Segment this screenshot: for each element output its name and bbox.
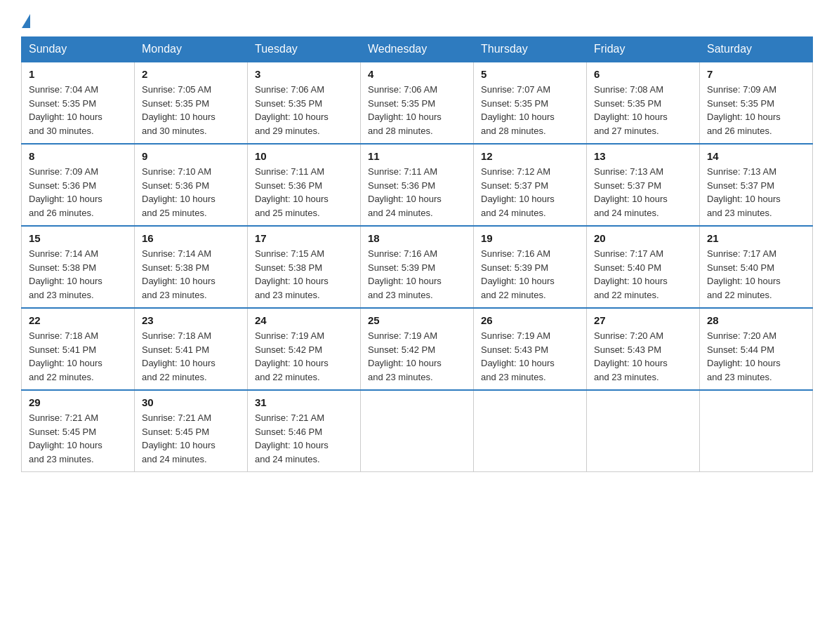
- day-info: Sunrise: 7:13 AMSunset: 5:37 PMDaylight:…: [594, 165, 692, 220]
- day-number: 7: [707, 68, 805, 80]
- calendar-cell: 9Sunrise: 7:10 AMSunset: 5:36 PMDaylight…: [135, 144, 248, 226]
- calendar-cell: 14Sunrise: 7:13 AMSunset: 5:37 PMDayligh…: [700, 144, 813, 226]
- day-info: Sunrise: 7:19 AMSunset: 5:42 PMDaylight:…: [255, 329, 353, 384]
- day-info: Sunrise: 7:21 AMSunset: 5:45 PMDaylight:…: [29, 411, 127, 466]
- day-info: Sunrise: 7:09 AMSunset: 5:35 PMDaylight:…: [707, 83, 805, 137]
- calendar-cell: 31Sunrise: 7:21 AMSunset: 5:46 PMDayligh…: [248, 390, 361, 472]
- day-info: Sunrise: 7:07 AMSunset: 5:35 PMDaylight:…: [481, 83, 579, 137]
- day-number: 5: [481, 68, 579, 80]
- calendar-cell: 8Sunrise: 7:09 AMSunset: 5:36 PMDaylight…: [22, 144, 135, 226]
- day-info: Sunrise: 7:04 AMSunset: 5:35 PMDaylight:…: [29, 83, 127, 137]
- calendar-cell: 10Sunrise: 7:11 AMSunset: 5:36 PMDayligh…: [248, 144, 361, 226]
- calendar-cell: 27Sunrise: 7:20 AMSunset: 5:43 PMDayligh…: [587, 308, 700, 390]
- day-info: Sunrise: 7:18 AMSunset: 5:41 PMDaylight:…: [29, 329, 127, 384]
- weekday-header-sunday: Sunday: [22, 37, 135, 62]
- day-number: 15: [29, 232, 127, 244]
- calendar-cell: 11Sunrise: 7:11 AMSunset: 5:36 PMDayligh…: [361, 144, 474, 226]
- day-number: 30: [142, 396, 240, 408]
- calendar-cell: 2Sunrise: 7:05 AMSunset: 5:35 PMDaylight…: [135, 62, 248, 144]
- week-row-3: 15Sunrise: 7:14 AMSunset: 5:38 PMDayligh…: [22, 226, 813, 308]
- calendar-cell: 15Sunrise: 7:14 AMSunset: 5:38 PMDayligh…: [22, 226, 135, 308]
- calendar-table: SundayMondayTuesdayWednesdayThursdayFrid…: [21, 36, 813, 472]
- calendar-cell: 30Sunrise: 7:21 AMSunset: 5:45 PMDayligh…: [135, 390, 248, 472]
- calendar-cell: 26Sunrise: 7:19 AMSunset: 5:43 PMDayligh…: [474, 308, 587, 390]
- calendar-cell: 5Sunrise: 7:07 AMSunset: 5:35 PMDaylight…: [474, 62, 587, 144]
- calendar-cell: [474, 390, 587, 472]
- weekday-header-thursday: Thursday: [474, 37, 587, 62]
- weekday-header-saturday: Saturday: [700, 37, 813, 62]
- week-row-1: 1Sunrise: 7:04 AMSunset: 5:35 PMDaylight…: [22, 62, 813, 144]
- day-number: 11: [368, 150, 466, 162]
- day-number: 8: [29, 150, 127, 162]
- day-info: Sunrise: 7:06 AMSunset: 5:35 PMDaylight:…: [255, 83, 353, 137]
- day-number: 24: [255, 314, 353, 326]
- day-number: 10: [255, 150, 353, 162]
- day-info: Sunrise: 7:21 AMSunset: 5:45 PMDaylight:…: [142, 411, 240, 466]
- weekday-header-tuesday: Tuesday: [248, 37, 361, 62]
- weekday-header-wednesday: Wednesday: [361, 37, 474, 62]
- day-number: 12: [481, 150, 579, 162]
- logo: [21, 14, 31, 29]
- calendar-cell: [587, 390, 700, 472]
- calendar-cell: [700, 390, 813, 472]
- week-row-2: 8Sunrise: 7:09 AMSunset: 5:36 PMDaylight…: [22, 144, 813, 226]
- weekday-header-friday: Friday: [587, 37, 700, 62]
- day-info: Sunrise: 7:21 AMSunset: 5:46 PMDaylight:…: [255, 411, 353, 466]
- day-info: Sunrise: 7:09 AMSunset: 5:36 PMDaylight:…: [29, 165, 127, 220]
- calendar-cell: 1Sunrise: 7:04 AMSunset: 5:35 PMDaylight…: [22, 62, 135, 144]
- logo-arrow-icon: [22, 14, 30, 28]
- day-number: 29: [29, 396, 127, 408]
- calendar-cell: 12Sunrise: 7:12 AMSunset: 5:37 PMDayligh…: [474, 144, 587, 226]
- day-info: Sunrise: 7:16 AMSunset: 5:39 PMDaylight:…: [481, 247, 579, 302]
- day-info: Sunrise: 7:11 AMSunset: 5:36 PMDaylight:…: [255, 165, 353, 220]
- calendar-cell: 4Sunrise: 7:06 AMSunset: 5:35 PMDaylight…: [361, 62, 474, 144]
- day-number: 25: [368, 314, 466, 326]
- calendar-cell: 24Sunrise: 7:19 AMSunset: 5:42 PMDayligh…: [248, 308, 361, 390]
- day-number: 21: [707, 232, 805, 244]
- day-number: 31: [255, 396, 353, 408]
- weekday-header-row: SundayMondayTuesdayWednesdayThursdayFrid…: [22, 37, 813, 62]
- day-number: 17: [255, 232, 353, 244]
- calendar-cell: 3Sunrise: 7:06 AMSunset: 5:35 PMDaylight…: [248, 62, 361, 144]
- day-info: Sunrise: 7:06 AMSunset: 5:35 PMDaylight:…: [368, 83, 466, 137]
- day-number: 23: [142, 314, 240, 326]
- day-number: 14: [707, 150, 805, 162]
- day-number: 16: [142, 232, 240, 244]
- calendar-cell: 16Sunrise: 7:14 AMSunset: 5:38 PMDayligh…: [135, 226, 248, 308]
- calendar-cell: [361, 390, 474, 472]
- calendar-cell: 19Sunrise: 7:16 AMSunset: 5:39 PMDayligh…: [474, 226, 587, 308]
- day-number: 28: [707, 314, 805, 326]
- day-number: 20: [594, 232, 692, 244]
- calendar-cell: 13Sunrise: 7:13 AMSunset: 5:37 PMDayligh…: [587, 144, 700, 226]
- calendar-cell: 21Sunrise: 7:17 AMSunset: 5:40 PMDayligh…: [700, 226, 813, 308]
- calendar-cell: 20Sunrise: 7:17 AMSunset: 5:40 PMDayligh…: [587, 226, 700, 308]
- day-info: Sunrise: 7:10 AMSunset: 5:36 PMDaylight:…: [142, 165, 240, 220]
- calendar-cell: 25Sunrise: 7:19 AMSunset: 5:42 PMDayligh…: [361, 308, 474, 390]
- week-row-4: 22Sunrise: 7:18 AMSunset: 5:41 PMDayligh…: [22, 308, 813, 390]
- day-number: 9: [142, 150, 240, 162]
- day-info: Sunrise: 7:14 AMSunset: 5:38 PMDaylight:…: [142, 247, 240, 302]
- calendar-cell: 28Sunrise: 7:20 AMSunset: 5:44 PMDayligh…: [700, 308, 813, 390]
- calendar-cell: 17Sunrise: 7:15 AMSunset: 5:38 PMDayligh…: [248, 226, 361, 308]
- day-info: Sunrise: 7:19 AMSunset: 5:43 PMDaylight:…: [481, 329, 579, 384]
- day-info: Sunrise: 7:16 AMSunset: 5:39 PMDaylight:…: [368, 247, 466, 302]
- calendar-cell: 29Sunrise: 7:21 AMSunset: 5:45 PMDayligh…: [22, 390, 135, 472]
- day-number: 13: [594, 150, 692, 162]
- day-number: 2: [142, 68, 240, 80]
- calendar-cell: 18Sunrise: 7:16 AMSunset: 5:39 PMDayligh…: [361, 226, 474, 308]
- day-number: 3: [255, 68, 353, 80]
- day-number: 18: [368, 232, 466, 244]
- page-header: [21, 14, 813, 29]
- day-number: 19: [481, 232, 579, 244]
- day-info: Sunrise: 7:17 AMSunset: 5:40 PMDaylight:…: [707, 247, 805, 302]
- day-info: Sunrise: 7:08 AMSunset: 5:35 PMDaylight:…: [594, 83, 692, 137]
- calendar-cell: 22Sunrise: 7:18 AMSunset: 5:41 PMDayligh…: [22, 308, 135, 390]
- day-number: 4: [368, 68, 466, 80]
- day-info: Sunrise: 7:20 AMSunset: 5:43 PMDaylight:…: [594, 329, 692, 384]
- day-number: 6: [594, 68, 692, 80]
- day-info: Sunrise: 7:19 AMSunset: 5:42 PMDaylight:…: [368, 329, 466, 384]
- day-info: Sunrise: 7:14 AMSunset: 5:38 PMDaylight:…: [29, 247, 127, 302]
- day-info: Sunrise: 7:15 AMSunset: 5:38 PMDaylight:…: [255, 247, 353, 302]
- day-info: Sunrise: 7:05 AMSunset: 5:35 PMDaylight:…: [142, 83, 240, 137]
- week-row-5: 29Sunrise: 7:21 AMSunset: 5:45 PMDayligh…: [22, 390, 813, 472]
